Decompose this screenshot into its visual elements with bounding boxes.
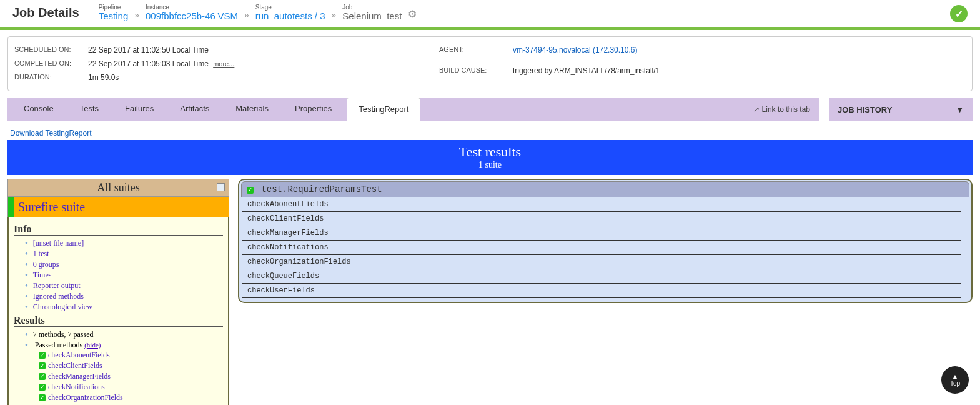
agent-label: AGENT: [439, 46, 508, 61]
tab-console[interactable]: Console [12, 98, 65, 121]
results-list: 7 methods, 7 passed Passed methods (hide… [14, 329, 223, 405]
tabs: Console Tests Failures Artifacts Materia… [7, 98, 424, 121]
chevron-down-icon: ▼ [956, 105, 964, 114]
check-icon: ✓ [39, 373, 46, 380]
passed-methods-list: ✓checkAbonentFields ✓checkClientFields ✓… [25, 350, 223, 405]
passed-method[interactable]: ✓checkAbonentFields [39, 350, 223, 361]
crumb-vsm-link[interactable]: VSM [217, 11, 238, 21]
arrow-up-icon: ▲ [951, 374, 959, 380]
crumb-pipeline-link[interactable]: Testing [99, 11, 129, 21]
test-method[interactable]: checkOrganizationFields [242, 255, 961, 269]
passed-method[interactable]: ✓checkNotifications [39, 382, 223, 392]
tab-tests[interactable]: Tests [69, 98, 110, 121]
job-history-label: JOB HISTORY [838, 105, 892, 114]
check-icon: ✓ [39, 384, 46, 391]
suite-status-bar [8, 198, 14, 217]
tab-artifacts[interactable]: Artifacts [169, 98, 220, 121]
test-method[interactable]: checkClientFields [242, 212, 961, 226]
banner-subtitle: 1 suite [7, 160, 973, 170]
banner-title: Test results [7, 144, 973, 160]
gear-icon[interactable]: ⚙ [408, 8, 417, 21]
job-summary: SCHEDULED ON: 22 Sep 2017 at 11:02:50 Lo… [7, 36, 973, 91]
info-heading: Info [14, 224, 223, 236]
test-results-banner: Test results 1 suite [7, 140, 973, 175]
check-icon: ✓ [247, 187, 254, 194]
suite-header[interactable]: Surefire suite [7, 197, 229, 218]
results-summary: 7 methods, 7 passed [25, 329, 223, 340]
crumb-job-value: Selenium_test [342, 11, 402, 21]
more-link[interactable]: more... [213, 60, 234, 68]
crumb-stage-link[interactable]: run_autotests / 3 [255, 11, 325, 21]
build-cause-label: BUILD CAUSE: [439, 66, 508, 82]
crumb-instance-label: Instance [146, 4, 238, 11]
chevron-right-icon: » [331, 10, 336, 21]
back-to-top-button[interactable]: ▲ Top [941, 366, 969, 394]
passed-methods-line: Passed methods (hide) ✓checkAbonentField… [25, 340, 223, 405]
page-title: Job Details [12, 6, 89, 20]
build-cause-value: triggered by ARM_INSTALL/78/arm_install/… [513, 66, 966, 82]
passed-method[interactable]: ✓checkManagerFields [39, 371, 223, 382]
check-icon: ✓ [39, 362, 46, 369]
duration-value: 1m 59.0s [88, 73, 439, 82]
crumb-instance-link[interactable]: 009fbbfcc25b-46 [146, 11, 215, 21]
info-item[interactable]: Chronological view [25, 302, 223, 312]
status-passed-icon: ✓ [950, 5, 968, 22]
tab-properties[interactable]: Properties [284, 98, 343, 121]
info-item[interactable]: 1 test [25, 249, 223, 259]
crumb-job: Job Selenium_test [342, 4, 402, 21]
info-item[interactable]: 0 groups [25, 259, 223, 270]
info-item[interactable]: Times [25, 270, 223, 281]
agent-link[interactable]: vm-37494-95.novalocal (172.30.10.6) [513, 46, 966, 61]
test-method[interactable]: checkQueueFields [242, 269, 961, 284]
link-to-tab[interactable]: ↗Link to this tab [753, 105, 819, 114]
test-method[interactable]: checkUserFields [242, 284, 961, 298]
completed-value: 22 Sep 2017 at 11:05:03 Local Time more.… [88, 59, 439, 68]
crumb-instance: Instance 009fbbfcc25b-46 VSM [146, 4, 238, 21]
test-class-name: test.RequiredParamsTest [261, 184, 382, 194]
all-suites-label: All suites [97, 181, 140, 194]
suite-name: Surefire suite [14, 198, 89, 217]
info-item[interactable]: Reporter output [25, 281, 223, 291]
scheduled-value: 22 Sep 2017 at 11:02:50 Local Time [88, 46, 439, 54]
download-report-link[interactable]: Download TestingReport [7, 129, 92, 138]
test-method[interactable]: checkManagerFields [242, 226, 961, 241]
test-class-header: ✓ test.RequiredParamsTest [241, 181, 969, 198]
completed-label: COMPLETED ON: [14, 59, 83, 68]
breadcrumb-header: Job Details Pipeline Testing » Instance … [0, 0, 980, 30]
chevron-right-icon: » [134, 10, 139, 21]
suite-body: Info [unset file name] 1 test 0 groups T… [7, 218, 229, 405]
check-icon: ✓ [39, 394, 46, 401]
report-pane: Download TestingReport Test results 1 su… [7, 121, 973, 405]
crumb-stage-label: Stage [255, 4, 325, 11]
job-history-toggle[interactable]: JOB HISTORY ▼ [829, 98, 973, 121]
hide-link[interactable]: (hide) [84, 341, 101, 349]
check-icon: ✓ [39, 352, 46, 359]
link-icon: ↗ [753, 105, 760, 114]
test-class-panel: ✓ test.RequiredParamsTest checkAbonentFi… [238, 179, 973, 303]
passed-method[interactable]: ✓checkClientFields [39, 361, 223, 371]
scheduled-label: SCHEDULED ON: [14, 46, 83, 54]
collapse-icon[interactable]: − [217, 183, 225, 191]
crumb-pipeline-label: Pipeline [99, 4, 129, 11]
back-to-top-label: Top [950, 380, 960, 387]
crumb-job-label: Job [342, 4, 402, 11]
info-list: [unset file name] 1 test 0 groups Times … [14, 238, 223, 312]
suite-sidebar: All suites − Surefire suite Info [unset … [7, 179, 229, 405]
tab-testingreport[interactable]: TestingReport [347, 98, 420, 121]
breadcrumb: Pipeline Testing » Instance 009fbbfcc25b… [89, 4, 417, 21]
info-item[interactable]: Ignored methods [25, 291, 223, 302]
tab-materials[interactable]: Materials [224, 98, 280, 121]
tab-failures[interactable]: Failures [114, 98, 165, 121]
chevron-right-icon: » [244, 10, 249, 21]
crumb-pipeline: Pipeline Testing [99, 4, 129, 21]
info-item[interactable]: [unset file name] [25, 238, 223, 249]
passed-method[interactable]: ✓checkOrganizationFields [39, 392, 223, 403]
test-method[interactable]: checkAbonentFields [242, 198, 961, 212]
tab-bar: Console Tests Failures Artifacts Materia… [7, 98, 819, 121]
duration-label: DURATION: [14, 73, 83, 82]
results-heading: Results [14, 315, 223, 327]
crumb-stage: Stage run_autotests / 3 [255, 4, 325, 21]
test-method[interactable]: checkNotifications [242, 241, 961, 255]
all-suites-header: All suites − [7, 179, 229, 197]
